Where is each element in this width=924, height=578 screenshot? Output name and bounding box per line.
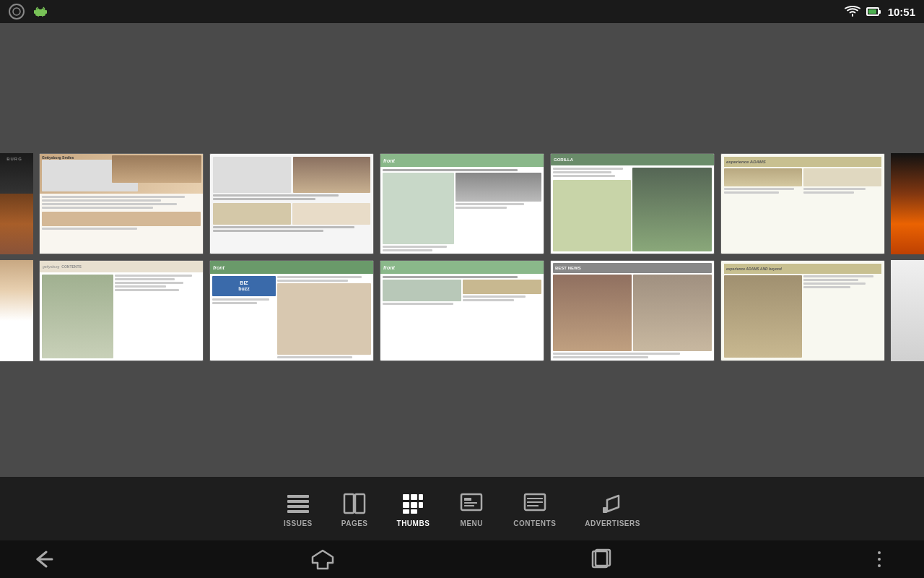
svg-rect-12: [287, 505, 309, 508]
thumbs-icon: [400, 491, 426, 517]
system-nav: [0, 540, 924, 578]
svg-rect-22: [403, 509, 409, 514]
status-time: 10:51: [888, 6, 915, 18]
svg-marker-32: [607, 496, 619, 512]
advertisers-label: ADVERTISERS: [585, 519, 640, 527]
android-icon: [32, 3, 49, 20]
nav-item-issues[interactable]: ISSUES: [284, 491, 313, 527]
partial-page-right: [891, 153, 924, 254]
svg-rect-19: [403, 502, 409, 508]
pages-icon: [341, 491, 367, 517]
svg-point-38: [878, 564, 881, 567]
pages-label: PAGES: [341, 519, 368, 527]
svg-rect-8: [38, 14, 39, 17]
issues-label: ISSUES: [284, 519, 313, 527]
svg-rect-29: [527, 498, 543, 499]
svg-rect-9: [42, 14, 43, 17]
more-options-button[interactable]: [863, 543, 895, 575]
svg-rect-31: [527, 505, 539, 506]
contents-label: CONTENTS: [513, 519, 556, 527]
contents-icon: [522, 491, 548, 517]
svg-rect-21: [419, 502, 423, 508]
svg-rect-27: [464, 505, 474, 506]
nav-item-pages[interactable]: PAGES: [341, 491, 368, 527]
bottom-nav: ISSUES PAGES THUMBS: [0, 477, 924, 540]
thumb-item-1[interactable]: Gettysburg Smiles: [39, 153, 204, 254]
nav-item-thumbs[interactable]: THUMBS: [397, 491, 430, 527]
menu-icon: [458, 491, 484, 517]
thumbnail-grid: BURG Gettysburg Smiles: [0, 23, 924, 491]
svg-rect-25: [464, 498, 471, 501]
home-button[interactable]: [307, 543, 339, 575]
svg-rect-20: [411, 502, 417, 508]
thumbs-label: THUMBS: [397, 519, 430, 527]
thumb-item-10[interactable]: BEST NEWS: [550, 260, 715, 361]
svg-rect-23: [411, 509, 417, 514]
recents-button[interactable]: [585, 543, 617, 575]
status-bar-left: [9, 3, 49, 20]
nav-item-menu[interactable]: MENU: [458, 491, 484, 527]
svg-point-2: [38, 9, 40, 11]
thumb-item-5[interactable]: experience ADAMS: [720, 153, 885, 254]
svg-rect-7: [45, 10, 48, 14]
issues-icon: [285, 491, 311, 517]
svg-rect-17: [411, 494, 417, 500]
circle-status-icon: [9, 4, 25, 20]
nav-item-advertisers[interactable]: ADVERTISERS: [585, 491, 640, 527]
svg-rect-10: [287, 495, 309, 498]
thumb-item-9[interactable]: front: [380, 260, 544, 361]
battery-icon: [866, 7, 879, 16]
main-content: BURG Gettysburg Smiles: [0, 23, 924, 491]
thumb-rows: BURG Gettysburg Smiles: [0, 153, 924, 361]
thumb-row-2: gettysburg CONTENTS: [0, 260, 924, 361]
thumb-item-4[interactable]: GORILLA: [550, 153, 715, 254]
wifi-icon: [845, 6, 860, 17]
thumb-item-3[interactable]: front: [380, 153, 544, 254]
menu-label: MENU: [461, 519, 483, 527]
thumb-item-8[interactable]: front BIZbuzz: [209, 260, 374, 361]
svg-point-36: [878, 551, 881, 554]
nav-item-contents[interactable]: CONTENTS: [513, 491, 556, 527]
svg-rect-1: [35, 9, 45, 16]
partial-page-right-2: [891, 260, 924, 361]
svg-point-37: [878, 558, 881, 561]
svg-rect-6: [34, 10, 36, 14]
svg-rect-26: [464, 502, 477, 504]
thumb-item-11[interactable]: experience ADAMS AND beyond: [720, 260, 885, 361]
thumb-row-1: BURG Gettysburg Smiles: [0, 153, 924, 254]
svg-rect-30: [527, 501, 543, 503]
svg-point-3: [42, 9, 44, 11]
partial-page-left-2: [0, 260, 33, 361]
svg-rect-16: [403, 494, 409, 500]
advertisers-icon: [600, 491, 626, 517]
status-bar: 10:51: [0, 0, 924, 23]
svg-rect-15: [355, 494, 365, 513]
svg-rect-11: [287, 500, 309, 503]
thumb-item-2[interactable]: [209, 153, 374, 254]
svg-rect-14: [344, 494, 354, 513]
status-bar-right: 10:51: [845, 6, 915, 18]
back-button[interactable]: [29, 543, 61, 575]
svg-rect-18: [419, 494, 423, 500]
partial-page-left: BURG: [0, 153, 33, 254]
svg-point-0: [13, 8, 20, 15]
svg-rect-13: [287, 510, 309, 513]
svg-rect-33: [603, 507, 607, 513]
thumb-item-7[interactable]: gettysburg CONTENTS: [39, 260, 204, 361]
